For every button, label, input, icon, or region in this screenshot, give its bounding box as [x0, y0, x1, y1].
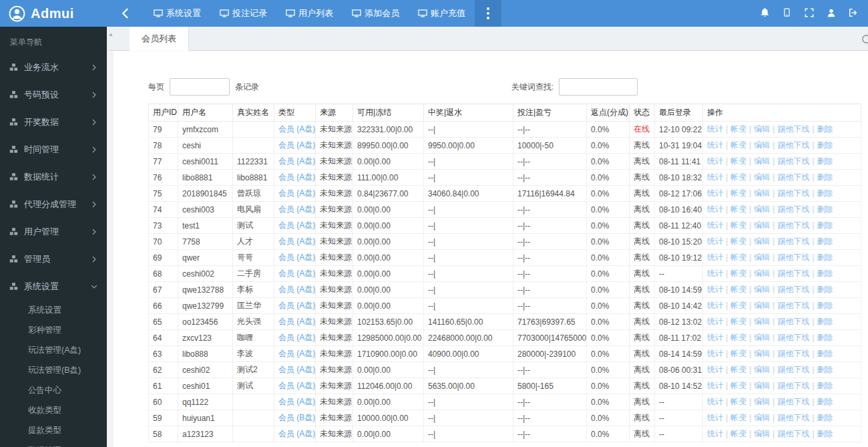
action-edit-link[interactable]: 编辑	[754, 301, 770, 310]
sidebar-sub-play-management-b[interactable]: 玩法管理(B盘)	[0, 360, 107, 380]
action-edit-link[interactable]: 编辑	[754, 204, 770, 214]
action-kick-offline-link[interactable]: 踢他下线	[777, 349, 809, 358]
action-kick-offline-link[interactable]: 踢他下线	[777, 204, 809, 214]
action-delete-link[interactable]: 删除	[817, 188, 833, 198]
member-type-link[interactable]: 会员 (A盘)	[278, 124, 315, 134]
action-edit-link[interactable]: 编辑	[754, 188, 770, 198]
action-stats-link[interactable]: 统计	[707, 156, 723, 166]
action-delete-link[interactable]: 删除	[817, 269, 833, 278]
sidebar-item-agent-commission[interactable]: 代理分成管理	[0, 190, 107, 218]
action-kick-offline-link[interactable]: 踢他下线	[777, 172, 809, 182]
action-account-change-link[interactable]: 帐变	[730, 333, 746, 342]
action-kick-offline-link[interactable]: 踢他下线	[777, 237, 809, 246]
per-page-input[interactable]	[170, 78, 230, 96]
member-type-link[interactable]: 会员 (A盘)	[278, 269, 315, 278]
action-stats-link[interactable]: 统计	[707, 172, 723, 182]
action-kick-offline-link[interactable]: 踢他下线	[777, 397, 809, 406]
sidebar-item-lottery-data[interactable]: 开奖数据	[0, 108, 107, 136]
action-stats-link[interactable]: 统计	[707, 204, 723, 214]
action-stats-link[interactable]: 统计	[707, 317, 723, 326]
sidebar-sub-withdrawal-type[interactable]: 提款类型	[0, 420, 107, 440]
action-kick-offline-link[interactable]: 踢他下线	[777, 253, 809, 262]
member-type-link[interactable]: 会员 (A盘)	[278, 365, 315, 374]
member-type-link[interactable]: 会员 (A盘)	[278, 381, 315, 390]
action-edit-link[interactable]: 编辑	[754, 285, 770, 294]
member-type-link[interactable]: 会员 (A盘)	[278, 397, 315, 406]
action-stats-link[interactable]: 统计	[707, 269, 723, 278]
action-stats-link[interactable]: 统计	[707, 285, 723, 294]
action-edit-link[interactable]: 编辑	[754, 429, 770, 438]
action-account-change-link[interactable]: 帐变	[730, 204, 746, 214]
action-stats-link[interactable]: 统计	[707, 397, 723, 406]
action-kick-offline-link[interactable]: 踢他下线	[777, 285, 809, 294]
sidebar-item-administrator[interactable]: 管理员	[0, 245, 107, 273]
nav-item-account-recharge[interactable]: 账户充值	[409, 0, 475, 27]
sidebar-sub-play-management-a[interactable]: 玩法管理(A盘)	[0, 340, 107, 360]
action-account-change-link[interactable]: 帐变	[730, 172, 746, 182]
action-edit-link[interactable]: 编辑	[754, 269, 770, 278]
action-stats-link[interactable]: 统计	[707, 237, 723, 246]
action-kick-offline-link[interactable]: 踢他下线	[777, 333, 809, 342]
action-account-change-link[interactable]: 帐变	[730, 220, 746, 230]
sidebar-item-user-management[interactable]: 用户管理	[0, 218, 107, 245]
action-delete-link[interactable]: 删除	[817, 204, 833, 214]
fullscreen-button[interactable]	[798, 0, 820, 27]
action-edit-link[interactable]: 编辑	[754, 317, 770, 326]
tab-member-list[interactable]: 会员列表	[130, 27, 189, 51]
action-account-change-link[interactable]: 帐变	[730, 413, 746, 422]
member-type-link[interactable]: 会员 (A盘)	[278, 317, 315, 326]
action-kick-offline-link[interactable]: 踢他下线	[777, 140, 809, 150]
action-account-change-link[interactable]: 帐变	[730, 301, 746, 310]
bell-button[interactable]	[754, 0, 776, 27]
refresh-icon[interactable]	[861, 33, 868, 47]
keyword-search-input[interactable]	[559, 78, 638, 96]
sidebar-item-number-preset[interactable]: 号码预设	[0, 81, 107, 108]
action-account-change-link[interactable]: 帐变	[730, 365, 746, 374]
member-type-link[interactable]: 会员 (A盘)	[278, 172, 315, 182]
action-account-change-link[interactable]: 帐变	[730, 156, 746, 166]
sidebar-item-system-settings[interactable]: 系统设置	[0, 273, 107, 300]
sidebar-item-data-statistics[interactable]: 数据统计	[0, 163, 107, 190]
action-account-change-link[interactable]: 帐变	[730, 285, 746, 294]
action-edit-link[interactable]: 编辑	[754, 381, 770, 390]
action-delete-link[interactable]: 删除	[817, 124, 833, 134]
member-type-link[interactable]: 会员 (A盘)	[278, 253, 315, 262]
action-stats-link[interactable]: 统计	[707, 188, 723, 198]
action-delete-link[interactable]: 删除	[817, 253, 833, 262]
action-account-change-link[interactable]: 帐变	[730, 269, 746, 278]
content-scrollbar[interactable]	[107, 51, 114, 447]
action-delete-link[interactable]: 删除	[817, 349, 833, 358]
action-kick-offline-link[interactable]: 踢他下线	[777, 365, 809, 374]
action-account-change-link[interactable]: 帐变	[730, 140, 746, 150]
action-kick-offline-link[interactable]: 踢他下线	[777, 220, 809, 230]
action-account-change-link[interactable]: 帐变	[730, 188, 746, 198]
action-edit-link[interactable]: 编辑	[754, 349, 770, 358]
nav-item-bet-records[interactable]: 投注记录	[210, 0, 276, 27]
action-kick-offline-link[interactable]: 踢他下线	[777, 381, 809, 390]
action-account-change-link[interactable]: 帐变	[730, 397, 746, 406]
action-edit-link[interactable]: 编辑	[754, 140, 770, 150]
member-type-link[interactable]: 会员 (A盘)	[278, 333, 315, 342]
member-type-link[interactable]: 会员 (A盘)	[278, 237, 315, 246]
action-delete-link[interactable]: 删除	[817, 317, 833, 326]
action-delete-link[interactable]: 删除	[817, 429, 833, 438]
action-kick-offline-link[interactable]: 踢他下线	[777, 429, 809, 438]
back-arrow-icon[interactable]	[107, 0, 144, 27]
action-edit-link[interactable]: 编辑	[754, 172, 770, 182]
action-kick-offline-link[interactable]: 踢他下线	[777, 317, 809, 326]
sidebar-sub-data-cleanup[interactable]: 数据清理	[0, 440, 107, 447]
member-type-link[interactable]: 会员 (A盘)	[278, 429, 315, 438]
action-kick-offline-link[interactable]: 踢他下线	[777, 188, 809, 198]
action-edit-link[interactable]: 编辑	[754, 237, 770, 246]
action-stats-link[interactable]: 统计	[707, 220, 723, 230]
member-type-link[interactable]: 会员 (A盘)	[278, 349, 315, 358]
nav-item-add-member[interactable]: 添加会员	[343, 0, 409, 27]
action-account-change-link[interactable]: 帐变	[730, 429, 746, 438]
member-type-link[interactable]: 会员 (B盘)	[278, 413, 315, 422]
action-account-change-link[interactable]: 帐变	[730, 253, 746, 262]
nav-item-user-list[interactable]: 用户列表	[276, 0, 343, 27]
sidebar-sub-system-settings[interactable]: 系统设置	[0, 300, 107, 320]
signout-button[interactable]	[842, 0, 864, 27]
sidebar-item-time-management[interactable]: 时间管理	[0, 136, 107, 163]
sidebar-sub-lottery-management[interactable]: 彩种管理	[0, 320, 107, 340]
